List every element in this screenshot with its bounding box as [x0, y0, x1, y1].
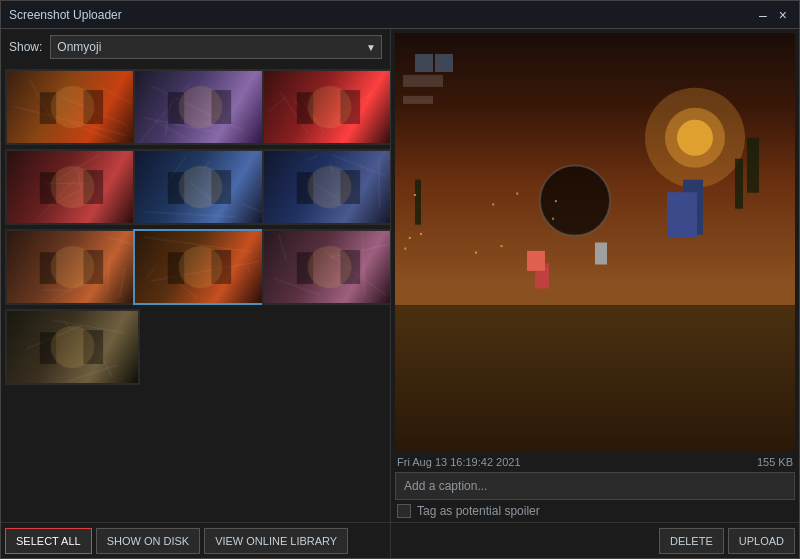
preview-canvas: [395, 33, 795, 452]
upload-button[interactable]: UPLOAD: [728, 528, 795, 554]
show-bar: Show: Onmyoji ▼: [1, 29, 390, 65]
left-panel: Show: Onmyoji ▼ SELECT ALL SHOW ON DISK …: [1, 29, 391, 558]
thumbnail-canvas: [264, 151, 390, 223]
thumbnail-canvas: [264, 71, 390, 143]
thumbnail-item[interactable]: [262, 229, 390, 305]
thumbnail-canvas: [7, 231, 138, 303]
title-bar: Screenshot Uploader – ×: [1, 1, 799, 29]
spoiler-checkbox[interactable]: [397, 504, 411, 518]
thumbnail-canvas: [7, 151, 138, 223]
thumbnail-canvas: [135, 151, 266, 223]
thumbnail-item[interactable]: [5, 309, 140, 385]
thumbnail-item[interactable]: [5, 229, 140, 305]
show-label: Show:: [9, 40, 42, 54]
content-area: Show: Onmyoji ▼ SELECT ALL SHOW ON DISK …: [1, 29, 799, 558]
screenshot-uploader-window: Screenshot Uploader – × Show: Onmyoji ▼: [0, 0, 800, 559]
window-title: Screenshot Uploader: [9, 8, 755, 22]
thumbnail-item[interactable]: [5, 69, 140, 145]
preview-image: [395, 33, 795, 452]
game-dropdown[interactable]: Onmyoji: [50, 35, 382, 59]
minimize-button[interactable]: –: [755, 7, 771, 23]
preview-filesize: 155 KB: [757, 456, 793, 468]
thumbnail-canvas: [7, 71, 138, 143]
thumbnail-item[interactable]: [133, 69, 268, 145]
thumbnail-canvas: [7, 311, 138, 383]
show-on-disk-button[interactable]: SHOW ON DISK: [96, 528, 201, 554]
bottom-bar: SELECT ALL SHOW ON DISK VIEW ONLINE LIBR…: [1, 522, 390, 558]
select-all-button[interactable]: SELECT ALL: [5, 528, 92, 554]
right-panel: Fri Aug 13 16:19:42 2021 155 KB Tag as p…: [391, 29, 799, 558]
spoiler-row: Tag as potential spoiler: [395, 500, 795, 522]
thumbnail-canvas: [135, 71, 266, 143]
thumbnail-item[interactable]: [133, 149, 268, 225]
preview-info-bar: Fri Aug 13 16:19:42 2021 155 KB: [395, 452, 795, 472]
thumbnail-item[interactable]: [262, 149, 390, 225]
thumbnail-canvas: [135, 231, 266, 303]
thumbnails-grid: [1, 65, 390, 522]
thumbnail-item[interactable]: [133, 229, 268, 305]
caption-input[interactable]: [395, 472, 795, 500]
thumbnail-item[interactable]: [5, 149, 140, 225]
preview-timestamp: Fri Aug 13 16:19:42 2021: [397, 456, 521, 468]
thumbnail-canvas: [264, 231, 390, 303]
right-bottom-bar: DELETE UPLOAD: [391, 522, 799, 558]
spoiler-label: Tag as potential spoiler: [417, 504, 540, 518]
game-dropdown-wrapper: Onmyoji ▼: [50, 35, 382, 59]
close-button[interactable]: ×: [775, 7, 791, 23]
view-online-library-button[interactable]: VIEW ONLINE LIBRARY: [204, 528, 348, 554]
delete-button[interactable]: DELETE: [659, 528, 724, 554]
thumbnail-item[interactable]: [262, 69, 390, 145]
